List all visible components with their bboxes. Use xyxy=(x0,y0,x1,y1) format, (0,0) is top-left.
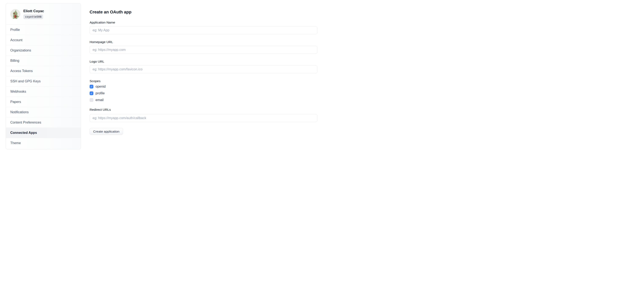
settings-sidebar: Eliott Coyac coyotte508 ProfileAccountOr… xyxy=(6,3,81,149)
scope-label-profile: profile xyxy=(96,91,105,95)
application-name-input[interactable] xyxy=(90,26,317,34)
user-name: Eliott Coyac xyxy=(23,9,44,13)
logo-url-label: Logo URL xyxy=(90,59,317,63)
user-header: Eliott Coyac coyotte508 xyxy=(6,3,81,25)
page-title: Create an OAuth app xyxy=(90,9,317,15)
sidebar-item-notifications[interactable]: Notifications xyxy=(6,107,81,117)
sidebar-item-papers[interactable]: Papers xyxy=(6,97,81,107)
scope-checkbox-openid[interactable]: ✓ xyxy=(90,85,94,88)
scope-checkbox-profile[interactable]: ✓ xyxy=(90,91,94,95)
logo-url-input[interactable] xyxy=(90,65,317,73)
user-avatar-icon xyxy=(10,9,20,19)
redirect-urls-input[interactable] xyxy=(90,114,317,122)
scope-label-email: email xyxy=(96,98,104,102)
sidebar-item-access-tokens[interactable]: Access Tokens xyxy=(6,66,81,76)
username-badge: coyotte508 xyxy=(23,14,43,19)
oauth-app-form: Create an OAuth app Application Name Hom… xyxy=(90,0,317,135)
scope-checkbox-email[interactable] xyxy=(90,98,94,102)
sidebar-item-content-preferences[interactable]: Content Preferences xyxy=(6,117,81,128)
create-application-button[interactable]: Create application xyxy=(90,128,123,135)
sidebar-item-billing[interactable]: Billing xyxy=(6,56,81,66)
sidebar-item-organizations[interactable]: Organizations xyxy=(6,45,81,56)
scope-row-openid[interactable]: ✓ openid xyxy=(90,85,106,88)
sidebar-item-connected-apps[interactable]: Connected Apps xyxy=(6,128,81,138)
sidebar-item-webhooks[interactable]: Webhooks xyxy=(6,87,81,97)
sidebar-item-theme[interactable]: Theme xyxy=(6,138,81,148)
scope-label-openid: openid xyxy=(96,85,106,88)
homepage-url-label: Homepage URL xyxy=(90,40,317,44)
redirect-urls-label: Redirect URLs xyxy=(90,108,317,112)
application-name-label: Application Name xyxy=(90,20,317,24)
user-meta: Eliott Coyac coyotte508 xyxy=(23,9,44,19)
homepage-url-input[interactable] xyxy=(90,46,317,54)
scope-row-profile[interactable]: ✓ profile xyxy=(90,91,105,95)
sidebar-item-account[interactable]: Account xyxy=(6,35,81,45)
sidebar-nav: ProfileAccountOrganizationsBillingAccess… xyxy=(6,25,81,148)
sidebar-item-ssh-and-gpg-keys[interactable]: SSH and GPG Keys xyxy=(6,76,81,87)
scopes-label: Scopes xyxy=(90,79,317,83)
scope-row-email[interactable]: email xyxy=(90,98,104,102)
sidebar-item-profile[interactable]: Profile xyxy=(6,25,81,35)
settings-page: Eliott Coyac coyotte508 ProfileAccountOr… xyxy=(0,0,322,153)
